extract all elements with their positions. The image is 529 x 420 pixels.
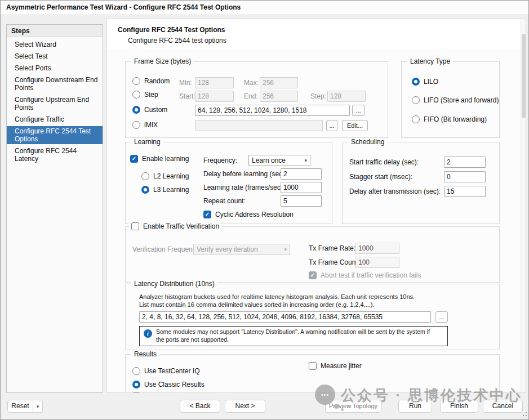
max-input[interactable] — [260, 77, 298, 88]
enable-learning-checkbox[interactable]: ✓ Enable learning — [130, 155, 189, 163]
verification-frequency-label: Verification Frequency: — [132, 245, 201, 253]
measure-jitter-checkbox[interactable]: Measure jitter — [309, 362, 362, 370]
cancel-button[interactable]: Cancel — [483, 400, 523, 413]
stagger-start-input[interactable] — [444, 171, 486, 182]
frame-size-random-label: Random — [144, 77, 170, 85]
radio-icon — [132, 91, 140, 99]
abort-on-verification-fail-checkbox[interactable]: ✓ Abort test if traffic verification fai… — [309, 271, 421, 279]
sidebar-item-select-test[interactable]: Select Test — [7, 51, 103, 61]
frame-size-imix-radio[interactable]: iMIX — [132, 121, 158, 129]
frequency-select[interactable]: Learn once ▾ — [248, 155, 310, 166]
check-icon: ✓ — [132, 156, 136, 162]
resize-grip[interactable] — [521, 412, 527, 418]
repeat-count-input[interactable] — [281, 195, 322, 207]
results-legend: Results — [131, 350, 159, 358]
delay-after-transmission-label: Delay after transmission (sec): — [349, 187, 441, 195]
sidebar-item-rfc2544-test-options[interactable]: Configure RFC 2544 Test Options — [7, 126, 103, 144]
sidebar-item-configure-downstream[interactable]: Configure Downstream End Points — [7, 75, 103, 93]
latency-type-group: Latency Type LILO LIFO (Store and forwar… — [401, 61, 500, 138]
frame-size-group: Frame Size (bytes) Random Min: Max: Step… — [125, 61, 388, 138]
frame-size-imix-label: iMIX — [144, 121, 158, 129]
latency-distribution-legend: Latency Distribution (10ns) — [131, 280, 217, 288]
latency-distribution-input[interactable] — [139, 311, 431, 323]
reset-dropdown-button[interactable]: ▾ — [33, 400, 43, 413]
wizard-window: Asymmetric Performance Test Wizard - Con… — [0, 0, 529, 420]
use-classic-results-radio[interactable]: Use Classic Results — [132, 381, 205, 388]
start-input[interactable] — [195, 91, 234, 102]
frame-size-step-radio[interactable]: Step — [132, 91, 158, 99]
learning-legend: Learning — [131, 138, 163, 146]
measure-jitter-label: Measure jitter — [321, 362, 362, 370]
step-size-label: Step: — [310, 92, 326, 100]
min-input[interactable] — [195, 77, 234, 88]
preview-topology-button[interactable]: Preview Topology — [325, 400, 381, 413]
info-icon: i — [144, 329, 152, 338]
radio-icon — [132, 121, 140, 129]
traffic-verification-group: Enable Traffic Verification Verification… — [125, 226, 500, 283]
verification-frequency-select[interactable]: Verify every iteration ▾ — [193, 244, 290, 255]
main-panel: Configure RFC 2544 Test Options Configur… — [106, 19, 526, 393]
sidebar-item-select-wizard[interactable]: Select Wizard — [7, 39, 103, 50]
sidebar-item-configure-traffic[interactable]: Configure Traffic — [7, 114, 103, 124]
learning-group: Learning ✓ Enable learning L2 Learning L… — [125, 142, 332, 224]
radio-icon — [412, 96, 420, 104]
end-input[interactable] — [260, 91, 298, 102]
step-size-input[interactable] — [327, 91, 366, 102]
enable-learning-label: Enable learning — [142, 155, 189, 163]
verification-frequency-value: Verify every iteration — [197, 245, 258, 253]
frame-size-random-radio[interactable]: Random — [132, 77, 170, 85]
enable-traffic-verification-checkbox[interactable]: Enable Traffic Verification — [129, 222, 221, 230]
learning-rate-input[interactable] — [281, 182, 322, 193]
scheduling-legend: Scheduling — [348, 138, 387, 146]
back-button[interactable]: < Back — [180, 400, 220, 413]
frame-size-custom-radio[interactable]: Custom — [132, 106, 167, 114]
tx-frame-count-input[interactable] — [355, 257, 399, 268]
radio-selected-icon — [412, 78, 420, 86]
lilo-radio[interactable]: LILO — [412, 78, 438, 86]
check-icon: ✓ — [205, 212, 210, 217]
watermark-dot-icon — [341, 408, 344, 411]
tx-frame-rate-input[interactable] — [355, 243, 399, 254]
custom-sizes-input[interactable] — [195, 105, 350, 116]
page-subtitle: Configure RFC 2544 test options — [128, 37, 226, 44]
imix-input[interactable] — [195, 120, 323, 131]
reset-button[interactable]: Reset — [7, 400, 33, 413]
l2-learning-radio[interactable]: L2 Learning — [141, 172, 189, 180]
start-traffic-delay-input[interactable] — [444, 157, 486, 168]
imix-edit-button[interactable]: Edit... — [342, 120, 368, 131]
chevron-down-icon: ▾ — [304, 158, 307, 163]
l3-learning-radio[interactable]: L3 Learning — [141, 186, 189, 194]
radio-selected-icon — [141, 186, 149, 194]
latency-distribution-desc-1: Analyzer histogram buckets used for real… — [139, 293, 415, 300]
cyclic-address-resolution-label: Cyclic Address Resolution — [215, 211, 294, 218]
radio-icon — [412, 115, 420, 123]
window-titlebar[interactable]: Asymmetric Performance Test Wizard - Con… — [1, 1, 528, 14]
sidebar-item-select-ports[interactable]: Select Ports — [7, 63, 103, 73]
sidebar-item-rfc2544-latency[interactable]: Configure RFC 2544 Latency — [7, 146, 103, 164]
scheduling-group: Scheduling Start traffic delay (sec): St… — [342, 142, 500, 224]
scrollbar-thumb[interactable] — [522, 34, 526, 118]
end-label: End: — [244, 92, 258, 100]
lifo-radio[interactable]: LIFO (Store and forward) — [412, 96, 499, 104]
window-title: Asymmetric Performance Test Wizard - Con… — [6, 3, 241, 11]
radio-icon — [132, 77, 140, 85]
next-button[interactable]: Next > — [225, 400, 265, 413]
custom-browse-button[interactable]: ... — [352, 105, 364, 116]
finish-button[interactable]: Finish — [440, 400, 478, 413]
cyclic-address-resolution-checkbox[interactable]: ✓ Cyclic Address Resolution — [203, 211, 294, 218]
imix-browse-button[interactable]: ... — [326, 120, 337, 131]
min-label: Min: — [179, 79, 192, 87]
checkbox-unchecked-icon — [131, 222, 139, 230]
tx-frame-count-label: Tx Frame Count: — [309, 258, 359, 266]
sidebar-item-configure-upstream[interactable]: Configure Upstream End Points — [7, 95, 103, 113]
checkbox-checked-icon: ✓ — [130, 155, 138, 163]
run-button[interactable]: Run — [398, 400, 432, 413]
frequency-label: Frequency: — [203, 157, 237, 164]
delay-before-learning-input[interactable] — [281, 168, 322, 180]
use-testcenter-iq-radio[interactable]: Use TestCenter IQ — [132, 367, 199, 375]
latency-distribution-browse-button[interactable]: ... — [435, 311, 448, 323]
fifo-radio[interactable]: FIFO (Bit forwarding) — [412, 115, 487, 123]
vertical-scrollbar[interactable] — [521, 19, 526, 392]
delay-after-transmission-input[interactable] — [444, 186, 486, 197]
results-group: Results Use TestCenter IQ Use Classic Re… — [125, 354, 500, 393]
